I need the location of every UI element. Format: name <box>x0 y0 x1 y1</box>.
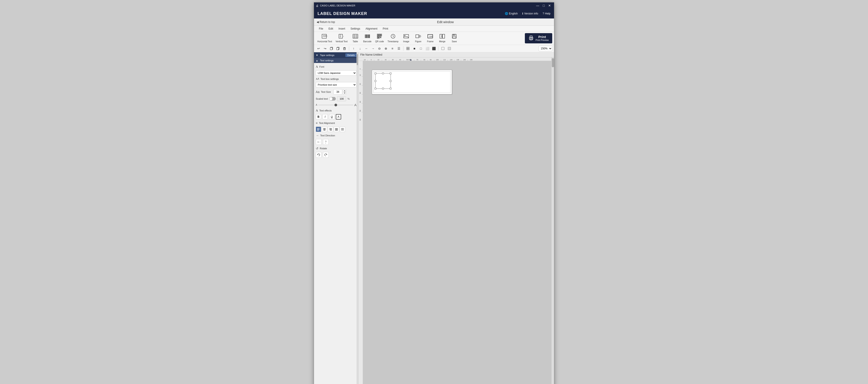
image-button[interactable]: Image <box>400 33 412 44</box>
handle-top-right[interactable] <box>390 73 392 74</box>
text-size-down-button[interactable]: ▼ <box>343 92 346 94</box>
rotate-header-row: ↺ Rotate <box>316 147 356 150</box>
rotate-ccw-button[interactable] <box>316 152 321 158</box>
svg-rect-62 <box>344 47 345 48</box>
canvas-inner[interactable] <box>363 61 554 384</box>
text-size-input-row: ▲ ▼ <box>333 89 346 95</box>
text-size-label: Text Size <box>321 91 332 93</box>
bold-button[interactable]: B <box>316 114 321 119</box>
undo-button[interactable]: ↩ <box>316 46 321 51</box>
select-all-button[interactable] <box>440 46 446 51</box>
svg-marker-96 <box>326 154 327 155</box>
handle-top-left[interactable] <box>375 73 376 74</box>
help-icon: ? <box>542 12 544 15</box>
menu-alignment[interactable]: Alignment <box>363 26 379 31</box>
barcode-button[interactable]: Barcode <box>362 33 373 44</box>
align-left-button[interactable]: ← <box>364 46 369 51</box>
handle-bottom-left[interactable] <box>375 88 376 90</box>
outline-button[interactable]: A <box>336 114 341 119</box>
menu-settings[interactable]: Settings <box>348 26 362 31</box>
font-select[interactable]: LDM Sans Japanese Arial Times New Roman <box>316 70 356 76</box>
qr-code-button[interactable]: QR code <box>374 33 385 44</box>
border-button[interactable]: ⬛ <box>431 46 437 51</box>
svg-line-45 <box>441 36 442 37</box>
direction-vertical-button[interactable]: A↓ <box>323 139 329 145</box>
text-size-input[interactable] <box>333 89 342 95</box>
left-panel-scrollbar[interactable] <box>356 52 358 384</box>
menu-edit[interactable]: Edit <box>326 26 335 31</box>
back-order-button[interactable]: □ <box>418 46 424 51</box>
menu-file[interactable]: File <box>317 26 326 31</box>
text-direction-buttons-row: A→ A↓ <box>316 139 356 145</box>
scale-percent-input[interactable] <box>337 96 346 101</box>
svg-text:110: 110 <box>443 59 446 61</box>
handle-bottom-middle[interactable] <box>382 88 384 90</box>
handle-top-middle[interactable] <box>382 73 384 74</box>
scrollbar-vertical[interactable] <box>551 58 554 384</box>
timestamp-button[interactable]: Timestamp <box>386 33 400 44</box>
details-button[interactable]: Details <box>345 54 356 57</box>
version-info-button[interactable]: ℹ Version info <box>522 12 538 15</box>
align-center-h-button[interactable]: ⊖ <box>377 46 382 51</box>
figure-button[interactable]: Figure <box>412 33 424 44</box>
align-text-center-button[interactable] <box>322 127 327 132</box>
paste-special-button[interactable] <box>335 46 341 51</box>
language-button[interactable]: 🌐 English <box>505 12 518 15</box>
maximize-button[interactable]: □ <box>541 3 546 8</box>
print-button[interactable]: Print Print Preview <box>525 33 552 43</box>
zoom-select[interactable]: 50% 75% 100% 125% 150% 200% <box>539 46 552 51</box>
align-distribute-button[interactable] <box>340 127 345 132</box>
handle-middle-right[interactable] <box>390 80 392 82</box>
underline-button[interactable]: U <box>329 114 335 119</box>
help-button[interactable]: ? Help <box>542 12 551 15</box>
redo-button[interactable]: ↪ <box>322 46 328 51</box>
copy-button[interactable] <box>329 46 335 51</box>
tape-settings-header[interactable]: ▼ Tape settings Details <box>314 52 358 58</box>
align-right-button[interactable]: → <box>370 46 376 51</box>
tape-collapse-icon: ▼ <box>316 54 318 57</box>
app-header: LABEL DESIGN MAKER 🌐 English ℹ Version i… <box>314 9 554 19</box>
slider-thumb[interactable] <box>335 104 337 106</box>
save-button[interactable]: Save <box>448 33 460 44</box>
align-text-right-button[interactable] <box>328 127 333 132</box>
scaled-text-toggle[interactable] <box>329 97 336 101</box>
align-center-v-button[interactable]: ⊕ <box>383 46 389 51</box>
direction-horizontal-button[interactable]: A→ <box>316 139 321 145</box>
menu-insert[interactable]: Insert <box>336 26 347 31</box>
label-textbox[interactable] <box>375 73 391 89</box>
rotate-cw-button[interactable] <box>323 152 329 158</box>
vertical-text-button[interactable]: A B ↓ Vertical Text <box>334 33 349 44</box>
svg-rect-42 <box>442 34 445 38</box>
handle-bottom-right[interactable] <box>390 88 392 90</box>
menu-print[interactable]: Print <box>380 26 391 31</box>
italic-button[interactable]: I <box>322 114 328 119</box>
back-button[interactable]: ◀ Return to top <box>317 21 335 24</box>
font-select-row: LDM Sans Japanese Arial Times New Roman <box>316 70 356 76</box>
svg-rect-70 <box>448 47 451 50</box>
distribute-v-button[interactable]: ☰ <box>396 46 402 51</box>
horizontal-text-button[interactable]: ABC → Horizontal Text <box>316 33 334 44</box>
label-outer[interactable] <box>372 70 452 94</box>
select-area-button[interactable] <box>446 46 452 51</box>
shadow-button[interactable]: ⬜ <box>425 46 430 51</box>
align-top-button[interactable]: ↑ <box>351 46 356 51</box>
merge-button[interactable]: Merge <box>436 33 448 44</box>
frame-button[interactable]: ABC Frame <box>425 33 436 44</box>
distribute-h-button[interactable]: ≡ <box>390 46 395 51</box>
delete-button[interactable] <box>342 46 347 51</box>
handle-middle-left[interactable] <box>375 80 376 82</box>
table-label: Table <box>353 40 358 43</box>
front-button[interactable]: ■ <box>411 46 417 51</box>
table-button[interactable]: Table <box>350 33 361 44</box>
slider-track[interactable] <box>318 105 353 105</box>
group-button[interactable] <box>405 46 411 51</box>
text-size-up-button[interactable]: ▲ <box>343 90 346 92</box>
timestamp-label: Timestamp <box>388 40 398 43</box>
minimize-button[interactable]: — <box>535 3 541 8</box>
align-bottom-button[interactable]: ↓ <box>357 46 363 51</box>
text-settings-header[interactable]: ▲ Text settings <box>314 58 358 63</box>
align-justify-button[interactable] <box>334 127 339 132</box>
text-box-select[interactable]: Prioritize text size Prioritize text box… <box>316 82 356 88</box>
align-text-left-button[interactable] <box>316 127 321 132</box>
close-button[interactable]: ✕ <box>547 3 552 8</box>
